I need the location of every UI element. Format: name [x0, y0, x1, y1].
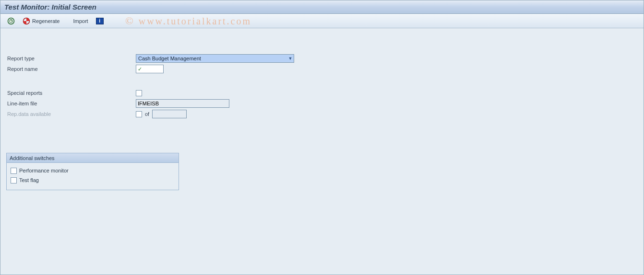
import-button[interactable]: Import: [71, 16, 91, 26]
additional-switches-header: Additional switches: [7, 153, 179, 163]
toolbar: Regenerate Import i: [0, 14, 644, 28]
execute-icon: [7, 17, 15, 25]
report-type-row: Report type Cash Budget Management ▼: [6, 53, 638, 64]
page-title: Test Monitor: Initial Screen: [4, 3, 96, 11]
additional-switches-group: Additional switches Performance monitor …: [6, 153, 179, 190]
special-reports-label: Special reports: [6, 90, 136, 96]
rep-data-checkbox[interactable]: [136, 111, 142, 117]
line-item-file-label: Line-item file: [6, 101, 136, 106]
title-bar: Test Monitor: Initial Screen: [0, 0, 644, 14]
performance-monitor-row: Performance monitor: [11, 166, 175, 175]
line-item-file-input: [136, 99, 229, 108]
execute-button[interactable]: [4, 16, 18, 26]
line-item-file-row: Line-item file: [6, 98, 638, 109]
import-label: Import: [73, 18, 88, 24]
report-name-label: Report name: [6, 66, 136, 72]
chevron-down-icon: ▼: [287, 55, 293, 62]
info-icon: i: [96, 18, 104, 24]
special-reports-checkbox[interactable]: [136, 90, 142, 96]
check-icon: ✓: [138, 67, 142, 72]
report-type-value: Cash Budget Management: [136, 54, 294, 63]
regenerate-button[interactable]: Regenerate: [20, 16, 63, 26]
rep-data-label: Rep.data available: [6, 111, 136, 117]
info-button[interactable]: i: [93, 16, 107, 26]
regenerate-icon: [23, 17, 30, 25]
content-area: Report type Cash Budget Management ▼ Rep…: [0, 28, 644, 196]
test-flag-checkbox[interactable]: [11, 177, 17, 183]
rep-data-of-label: of: [145, 111, 149, 117]
report-name-input[interactable]: ✓: [136, 65, 164, 73]
performance-monitor-checkbox[interactable]: [11, 168, 17, 174]
report-type-select[interactable]: Cash Budget Management ▼: [136, 54, 294, 63]
special-reports-row: Special reports: [6, 88, 638, 98]
performance-monitor-label: Performance monitor: [19, 168, 69, 173]
rep-data-row: Rep.data available of: [6, 109, 638, 119]
test-flag-label: Test flag: [19, 177, 39, 183]
regenerate-label: Regenerate: [32, 18, 60, 24]
rep-data-of-input: [152, 110, 187, 118]
test-flag-row: Test flag: [11, 175, 175, 185]
report-name-row: Report name ✓: [6, 64, 638, 74]
additional-switches-body: Performance monitor Test flag: [7, 163, 179, 190]
report-type-label: Report type: [6, 56, 136, 61]
